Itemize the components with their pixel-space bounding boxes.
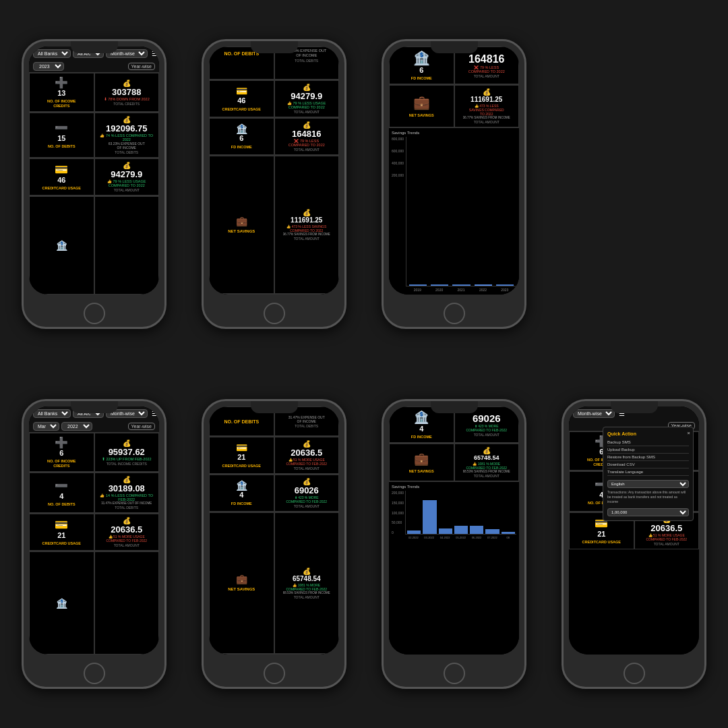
yearwise-btn-p4[interactable]: Year-wise bbox=[128, 423, 155, 430]
quick-action-overlay: × Quick Action Backup SMS Upload Backup … bbox=[603, 427, 694, 521]
fd-lbl-p2: FD INCOME bbox=[231, 145, 252, 150]
phone6-content: 🏦 4 FD INCOME 69026 ⬆ 423 % MORECOMPARED… bbox=[389, 406, 519, 655]
cc-amt-p2: 94279.9 bbox=[291, 91, 322, 101]
cc-num-p4: 21 bbox=[57, 531, 65, 540]
savings-pct-p6: 68.53% SAVINGS FROM INCOME bbox=[463, 470, 510, 473]
bar-08-fill bbox=[502, 532, 515, 534]
savings-row-p5: 💼 NET SAVINGS 💰 65748.54 👍 1081 % MORECO… bbox=[209, 512, 339, 655]
bar-2021-fill bbox=[452, 284, 470, 286]
bar-07 bbox=[485, 529, 499, 534]
bank-icon: 🏦 bbox=[56, 240, 67, 251]
bar-03-fill bbox=[423, 500, 436, 534]
menu-icon[interactable]: ☰ bbox=[152, 50, 158, 57]
credits-trend: ⬇ 78% DOWN FROM 2022 bbox=[104, 97, 150, 101]
language-select[interactable]: English bbox=[607, 480, 689, 488]
bar-02-fill bbox=[407, 530, 421, 534]
backup-sms-item[interactable]: Backup SMS bbox=[607, 439, 689, 446]
menu-icon-p4[interactable]: ☰ bbox=[152, 410, 158, 417]
credits-sublabel: TOTAL CREDITS bbox=[113, 102, 140, 106]
fd-row-p5: 🏦 4 FD INCOME 💰 69026 ⬆ 423 % MORECOMPAR… bbox=[209, 475, 339, 512]
cc-icon-p4: 💳 21 CREDITCARD USAGE bbox=[29, 514, 94, 551]
income-num-p4: 6 bbox=[59, 449, 63, 458]
chart-title-p3: Savings Trends bbox=[392, 131, 516, 135]
debit-val-p4: 💰 30189.08 👍 14 % LESS COMPARED TO FEB-2… bbox=[94, 473, 160, 513]
savings-val-p3: 💰 111691.25 👍 473 % LESSSAVINGS COMPARED… bbox=[454, 85, 520, 127]
upload-backup-item[interactable]: Upload Backup bbox=[607, 446, 689, 454]
stat-row-4-partial: 🏦 bbox=[29, 195, 159, 295]
expense-pct-p4: 31.47% EXPENSE OUT OF INCOME bbox=[101, 502, 152, 505]
bank-select[interactable]: All Banks bbox=[33, 49, 71, 58]
bar-2020-fill bbox=[431, 284, 448, 286]
fd-num-p5: 4 bbox=[239, 491, 243, 499]
income-credits-right: 💰 303788 ⬇ 78% DOWN FROM 2022 TOTAL CRED… bbox=[94, 73, 160, 112]
phone1-screen: All Banks All A/c Month-wise ☰ 2023 Year… bbox=[29, 47, 159, 295]
cc-icon-p5: 💳 21 CREDITCARD USAGE bbox=[209, 437, 274, 474]
briefcase-icon-p3: 💼 bbox=[413, 94, 430, 111]
cc-trend: 👍 79 % LESS USAGECOMPARED TO 2022 bbox=[107, 179, 146, 187]
fd-icon-p2: 🏦 6 FD INCOME bbox=[209, 118, 274, 155]
phone1: All Banks All A/c Month-wise ☰ 2023 Year… bbox=[22, 39, 166, 329]
download-csv-item[interactable]: Download CSV bbox=[607, 461, 689, 468]
year-select-p4[interactable]: 2022 bbox=[61, 422, 92, 431]
year-wise-button[interactable]: Year-wise bbox=[128, 63, 155, 70]
debits-sublabel: TOTAL DEBITS bbox=[115, 150, 138, 154]
restore-backup-item[interactable]: Restore from Backup SMS bbox=[607, 454, 689, 461]
amount-select[interactable]: 1,00,000 bbox=[607, 508, 689, 516]
phone6-wrapper: 🏦 4 FD INCOME 69026 ⬆ 423 % MORECOMPARED… bbox=[368, 368, 540, 720]
expense-pct: 63.23% EXPENSE OUTOF INCOME bbox=[109, 142, 145, 150]
savings-trend-p3: 👍 473 % LESSSAVINGS COMPAREDTO 2022 bbox=[469, 104, 504, 116]
phone3-wrapper: 🏦 6 FD INCOME 164816 ❌ 79 % LESSCOMPARED… bbox=[368, 8, 540, 360]
phone3-home-btn[interactable] bbox=[444, 303, 465, 324]
phone7-content: Month-wise ☰ Year-wise ➕ 6 NO. OF INCOME… bbox=[569, 406, 699, 655]
money-icon-p4b: 💰 bbox=[123, 476, 131, 483]
year-select[interactable]: 2023 bbox=[33, 62, 64, 71]
savings-sub-p2: TOTAL AMOUNT bbox=[294, 237, 320, 241]
bank-icon-partial: 🏦 bbox=[56, 598, 67, 609]
chart-inner-p3: 800,000 600,000 400,000 200,000 bbox=[392, 137, 516, 292]
plus-icon-p4: ➕ bbox=[55, 436, 68, 449]
bar-2019 bbox=[409, 284, 427, 286]
income-lbl-p4: NO. OF INCOMECREDITS bbox=[47, 459, 75, 468]
bar-2020 bbox=[431, 284, 448, 286]
card-icon-p5: 💳 bbox=[236, 442, 247, 453]
money-icon-p4: 💰 bbox=[123, 439, 131, 447]
debit-lbl-p4: NO. OF DEBITS bbox=[48, 502, 75, 507]
income-trend-p4: ⬆ 223% UP FROM FEB-2022 bbox=[102, 457, 152, 461]
income-sub-p4: TOTAL INCOME CREDITS bbox=[107, 462, 147, 466]
phone2-home-btn[interactable] bbox=[264, 303, 285, 324]
briefcase-icon-p6: 💼 bbox=[414, 452, 429, 466]
savings-lbl-p5: NET SAVINGS bbox=[228, 587, 255, 593]
phone4-home-btn[interactable] bbox=[84, 663, 105, 684]
x-labels-p3: 2019 2020 2021 2022 2023 bbox=[406, 286, 516, 292]
month-select-p4[interactable]: Mar bbox=[33, 422, 59, 431]
bank-select-p4[interactable]: All Banks bbox=[33, 409, 71, 418]
chart-p6: Savings Trends 200,000 150,000 100,000 5… bbox=[389, 482, 519, 655]
close-button[interactable]: × bbox=[687, 430, 690, 436]
translate-item[interactable]: Translate Language bbox=[607, 468, 689, 476]
cc-num-p7: 21 bbox=[597, 530, 605, 539]
savings-lbl-p2: NET SAVINGS bbox=[228, 229, 255, 235]
income-count: 13 bbox=[57, 89, 65, 98]
bar-2021 bbox=[452, 284, 470, 286]
phone1-content: All Banks All A/c Month-wise ☰ 2023 Year… bbox=[29, 47, 159, 295]
income-label: NO. OF INCOMECREDITS bbox=[47, 99, 75, 109]
savings-pct-p5: 68.53% SAVINGS FROM INCOME bbox=[283, 591, 330, 595]
savings-icon-p6: 💼 NET SAVINGS bbox=[389, 444, 454, 481]
y-axis-p3: 800,000 600,000 400,000 200,000 bbox=[392, 137, 406, 177]
phone6-home-btn[interactable] bbox=[444, 663, 465, 684]
cc-amt-p5: 20636.5 bbox=[291, 448, 322, 458]
chart-title-p6: Savings Trends bbox=[392, 485, 516, 489]
filter-select-p7[interactable]: Month-wise bbox=[573, 409, 615, 418]
phone7-wrapper: Month-wise ☰ Year-wise ➕ 6 NO. OF INCOME… bbox=[548, 368, 720, 720]
phone1-home-btn[interactable] bbox=[84, 303, 105, 324]
phone5-home-btn[interactable] bbox=[264, 663, 285, 684]
phone2-content: NO. OF DEBITS 63.23% EXPENSE OUTOF INCOM… bbox=[209, 47, 339, 295]
fd-row-p2: 🏦 6 FD INCOME 💰 164816 ❌ 79 % LESSCOMPAR… bbox=[209, 118, 339, 156]
savings-row-p2: 💼 NET SAVINGS 💰 111691.25 👍 473 % LESS S… bbox=[209, 156, 339, 295]
bank-icon-p3: 🏦 bbox=[413, 50, 430, 66]
phone7-home-btn[interactable] bbox=[624, 663, 645, 684]
bar-05 bbox=[454, 526, 468, 534]
fd-sub-p5: TOTAL AMOUNT bbox=[294, 504, 320, 508]
bar-08 bbox=[502, 532, 515, 534]
cc-trend-p5: 👍 51 % MORE USAGECOMPARED TO FEB-2022 bbox=[286, 458, 327, 466]
